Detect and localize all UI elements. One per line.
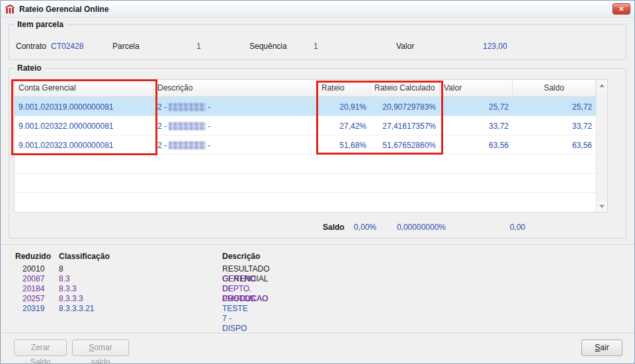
valor-value: 123,00	[483, 41, 507, 52]
redacted-text	[169, 122, 206, 130]
vertical-scrollbar[interactable]	[596, 80, 607, 212]
cell-saldo: 25,72	[513, 97, 596, 116]
reduzido-value: 20184	[22, 284, 44, 294]
cell-rateio-calculado: 27,41617357%	[370, 116, 440, 135]
sequencia-label: Sequência	[249, 41, 287, 52]
item-parcela-title: Item parcela	[15, 20, 66, 29]
arrow-up-icon	[599, 84, 605, 87]
descricao-suffix: -	[208, 141, 210, 150]
classificacao-value: 8.3.3.3.21	[59, 304, 94, 314]
saldo-footer-valor: 0,00	[466, 222, 525, 233]
cell-descricao: 2 --	[153, 135, 318, 154]
scrollbar-track[interactable]	[597, 91, 607, 201]
cell-rateio: 51,68%	[318, 135, 370, 154]
descricao-prefix: 2 -	[157, 102, 167, 112]
arrow-down-icon	[599, 205, 605, 208]
cell-valor: 63,56	[440, 135, 513, 154]
descricao-suffix: -	[208, 122, 210, 131]
saldo-footer-rateio: 0,00%	[333, 222, 376, 233]
somar-saldo-label: Somar saldo	[79, 340, 122, 364]
descricao-prefix: 2 -	[157, 122, 167, 131]
cell-rateio: 20,91%	[318, 97, 370, 116]
zerar-saldo-button[interactable]: Zerar Saldo	[14, 340, 67, 356]
classificacao-value: 8.3	[59, 274, 70, 284]
table-row[interactable]: 9.001.020322.0000000081 2 -- 27,42% 27,4…	[15, 116, 596, 135]
descricao-value: TESTE 7 - DISPO	[222, 304, 248, 334]
cell-conta: 9.001.020319.0000000081	[15, 97, 153, 116]
header-conta-gerencial[interactable]: Conta Gerencial	[15, 80, 153, 96]
dialog-window: Rateio Gerencial Online ✕ Item parcela C…	[0, 0, 635, 364]
header-valor[interactable]: Valor	[440, 80, 513, 96]
separator	[1, 333, 634, 334]
sair-label: Sair	[589, 340, 615, 355]
contrato-label: Contrato	[16, 41, 46, 52]
cell-conta: 9.001.020323.0000000081	[15, 135, 153, 154]
item-parcela-groupbox: Item parcela Contrato CT02428 Parcela 1 …	[9, 24, 626, 60]
descricao-prefix: 2 -	[157, 141, 167, 150]
cell-rateio: 27,42%	[318, 116, 370, 135]
cell-saldo: 33,72	[513, 116, 596, 135]
rateio-grid: Conta Gerencial Descrição Rateio Rateio …	[14, 79, 608, 213]
parcela-label: Parcela	[112, 41, 140, 52]
descricao-value: PRODUCAO	[222, 294, 268, 304]
empty-row	[15, 174, 596, 193]
saldo-footer-rateio-calculado: 0,00000000%	[390, 222, 446, 233]
header-descricao[interactable]: Descrição	[153, 80, 318, 96]
app-icon	[5, 4, 15, 15]
scroll-down-button[interactable]	[597, 201, 607, 212]
redacted-text	[169, 141, 206, 149]
contrato-value: CT02428	[51, 41, 83, 52]
cell-saldo: 63,56	[513, 135, 596, 154]
classification-header-classificacao: Classificação	[59, 252, 110, 261]
descricao-suffix: -	[208, 102, 210, 112]
classification-header-reduzido: Reduzido	[15, 252, 51, 261]
parcela-value: 1	[196, 41, 201, 52]
grid-header: Conta Gerencial Descrição Rateio Rateio …	[15, 80, 596, 97]
titlebar: Rateio Gerencial Online ✕	[1, 1, 634, 18]
somar-saldo-button[interactable]: Somar saldo	[72, 340, 129, 356]
sequencia-value: 1	[314, 41, 318, 52]
sair-button[interactable]: Sair	[581, 340, 622, 356]
cell-rateio-calculado: 20,90729783%	[370, 97, 440, 116]
separator	[1, 244, 634, 246]
header-rateio[interactable]: Rateio	[318, 80, 370, 96]
empty-row	[15, 155, 596, 174]
classification-header-descricao: Descrição	[222, 252, 260, 261]
header-rateio-calculado[interactable]: Rateio Calculado	[370, 80, 440, 96]
reduzido-value: 20087	[22, 274, 44, 284]
cell-rateio-calculado: 51,67652860%	[370, 135, 440, 154]
close-button[interactable]: ✕	[613, 3, 630, 15]
rateio-title: Rateio	[15, 63, 44, 73]
classificacao-value: 8	[59, 264, 64, 274]
scroll-up-button[interactable]	[597, 80, 607, 91]
reduzido-value: 20257	[22, 294, 44, 304]
redacted-text	[169, 103, 206, 111]
valor-label: Valor	[396, 41, 414, 52]
cell-conta: 9.001.020322.0000000081	[15, 116, 153, 135]
cell-valor: 25,72	[440, 97, 513, 116]
table-row[interactable]: 9.001.020323.0000000081 2 -- 51,68% 51,6…	[15, 135, 596, 155]
header-saldo[interactable]: Saldo	[513, 80, 596, 96]
classificacao-value: 8.3.3.3	[59, 294, 83, 304]
reduzido-value: 20319	[22, 304, 44, 314]
classificacao-value: 8.3.3	[59, 284, 77, 294]
window-title: Rateio Gerencial Online	[19, 5, 108, 14]
table-row[interactable]: 9.001.020319.0000000081 2 -- 20,91% 20,9…	[15, 97, 596, 116]
zerar-saldo-label: Zerar Saldo	[21, 340, 60, 364]
cell-descricao: 2 --	[153, 97, 318, 116]
rateio-groupbox: Rateio Conta Gerencial Descrição Rateio …	[9, 68, 626, 238]
cell-descricao: 2 --	[153, 116, 318, 135]
reduzido-value: 20010	[22, 264, 44, 274]
cell-valor: 33,72	[440, 116, 513, 135]
